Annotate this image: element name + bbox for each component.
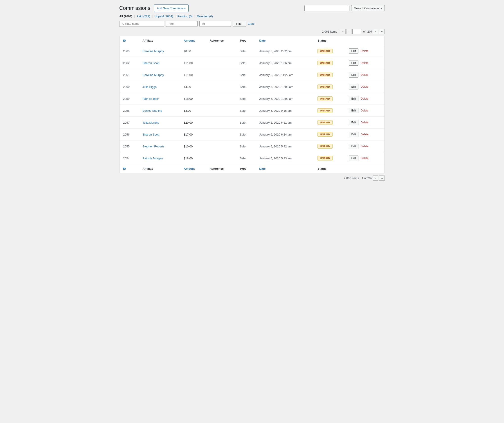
search-input[interactable]: [304, 5, 349, 11]
delete-button[interactable]: Delete: [360, 120, 369, 125]
table-row: 2056 Sharon Scott $17.00 Sale January 6,…: [120, 129, 384, 141]
affiliate-link[interactable]: Stephen Roberts: [142, 145, 164, 148]
footer-col-actions: [345, 164, 384, 173]
delete-button[interactable]: Delete: [360, 156, 369, 161]
table-row: 2054 Patricia Morgan $18.00 Sale January…: [120, 152, 384, 164]
delete-button[interactable]: Delete: [360, 72, 369, 77]
edit-button[interactable]: Edit: [349, 156, 358, 161]
affiliate-link[interactable]: Caroline Murphy: [142, 49, 164, 53]
affiliate-link[interactable]: Eunice Starling: [142, 109, 162, 112]
cell-affiliate: Julia Murphy: [139, 117, 180, 129]
footer-col-type: Type: [236, 164, 256, 173]
cell-status: UNPAID: [314, 129, 345, 141]
cell-date: January 6, 2020 11:22 am: [256, 69, 314, 81]
col-reference: Reference: [206, 36, 236, 45]
delete-button[interactable]: Delete: [360, 144, 369, 149]
cell-reference: [206, 81, 236, 93]
cell-date: January 6, 2020 5:33 am: [256, 152, 314, 164]
edit-button[interactable]: Edit: [349, 72, 358, 77]
edit-button[interactable]: Edit: [349, 84, 358, 89]
delete-button[interactable]: Delete: [360, 48, 369, 53]
table-row: 2060 Julia Biggs $4.00 Sale January 6, 2…: [120, 81, 384, 93]
total-pages: 207: [367, 30, 372, 33]
cell-amount: $4.00: [180, 81, 206, 93]
cell-reference: [206, 45, 236, 57]
affiliate-link[interactable]: Julia Murphy: [142, 121, 159, 124]
cell-date: January 6, 2020 5:42 am: [256, 141, 314, 152]
prev-page-button[interactable]: ‹: [347, 29, 351, 34]
cell-amount: $18.00: [180, 152, 206, 164]
footer-col-date[interactable]: Date: [256, 164, 314, 173]
filter-bar: Filter Clear: [119, 21, 385, 27]
table-footer: ID Affiliate Amount Reference Type Date …: [120, 164, 384, 173]
edit-button[interactable]: Edit: [349, 60, 358, 66]
filter-all[interactable]: All (2063): [119, 15, 132, 18]
cell-reference: [206, 105, 236, 117]
status-badge: UNPAID: [318, 144, 332, 149]
cell-affiliate: Sharon Scott: [139, 57, 180, 69]
cell-reference: [206, 141, 236, 152]
col-amount[interactable]: Amount: [180, 36, 206, 45]
delete-button[interactable]: Delete: [360, 108, 369, 113]
col-id[interactable]: ID: [120, 36, 139, 45]
filter-paid[interactable]: Paid (229): [137, 15, 150, 18]
filter-pending[interactable]: Pending (0): [177, 15, 192, 18]
bottom-next-page-button[interactable]: ›: [373, 176, 378, 181]
next-page-button[interactable]: ›: [373, 29, 378, 34]
commissions-table-container: ID Affiliate Amount Reference Type Date …: [119, 36, 385, 173]
edit-button[interactable]: Edit: [349, 108, 358, 113]
affiliate-link[interactable]: Caroline Murphy: [142, 73, 164, 77]
affiliate-link[interactable]: Patricia Blair: [142, 97, 159, 100]
delete-button[interactable]: Delete: [360, 84, 369, 89]
affiliate-link[interactable]: Julia Biggs: [142, 85, 156, 88]
cell-id: 2055: [120, 141, 139, 152]
affiliate-link[interactable]: Patricia Morgan: [142, 157, 163, 160]
cell-id: 2054: [120, 152, 139, 164]
filter-rejected[interactable]: Rejected (0): [197, 15, 213, 18]
cell-reference: [206, 117, 236, 129]
cell-id: 2060: [120, 81, 139, 93]
cell-actions: Edit Delete: [345, 141, 384, 152]
cell-type: Sale: [236, 129, 256, 141]
edit-button[interactable]: Edit: [349, 48, 358, 54]
cell-id: 2059: [120, 93, 139, 105]
footer-col-id[interactable]: ID: [120, 164, 139, 173]
status-badge: UNPAID: [318, 84, 332, 89]
page-number-input[interactable]: 1: [352, 29, 361, 34]
cell-amount: $11.00: [180, 57, 206, 69]
affiliate-name-input[interactable]: [119, 21, 164, 27]
affiliate-link[interactable]: Sharon Scott: [142, 61, 159, 65]
bottom-last-page-button[interactable]: »: [379, 176, 385, 181]
search-commissions-button[interactable]: Search Commissions: [351, 5, 385, 11]
edit-button[interactable]: Edit: [349, 144, 358, 149]
delete-button[interactable]: Delete: [360, 96, 369, 101]
edit-button[interactable]: Edit: [349, 96, 358, 101]
affiliate-link[interactable]: Sharon Scott: [142, 133, 159, 136]
add-new-commission-button[interactable]: Add New Commission: [154, 5, 189, 12]
page-title: Commissions: [119, 5, 150, 11]
delete-button[interactable]: Delete: [360, 60, 369, 65]
from-date-input[interactable]: [166, 21, 198, 27]
status-badge: UNPAID: [318, 96, 332, 101]
cell-date: January 6, 2020 6:51 am: [256, 117, 314, 129]
cell-date: January 6, 2020 1:06 pm: [256, 57, 314, 69]
filter-unpaid[interactable]: Unpaid (1834): [155, 15, 173, 18]
of-label: of: [363, 30, 366, 33]
cell-actions: Edit Delete: [345, 152, 384, 164]
clear-filter-link[interactable]: Clear: [248, 22, 255, 25]
filter-button[interactable]: Filter: [233, 21, 246, 27]
cell-status: UNPAID: [314, 117, 345, 129]
cell-type: Sale: [236, 69, 256, 81]
edit-button[interactable]: Edit: [349, 132, 358, 137]
edit-button[interactable]: Edit: [349, 120, 358, 125]
first-page-button[interactable]: «: [340, 29, 345, 34]
delete-button[interactable]: Delete: [360, 132, 369, 137]
to-date-input[interactable]: [199, 21, 231, 27]
col-date[interactable]: Date: [256, 36, 314, 45]
cell-date: January 6, 2020 10:08 am: [256, 81, 314, 93]
cell-status: UNPAID: [314, 45, 345, 57]
last-page-button[interactable]: »: [379, 29, 385, 34]
cell-actions: Edit Delete: [345, 129, 384, 141]
footer-col-amount[interactable]: Amount: [180, 164, 206, 173]
table-header: ID Affiliate Amount Reference Type Date …: [120, 36, 384, 45]
